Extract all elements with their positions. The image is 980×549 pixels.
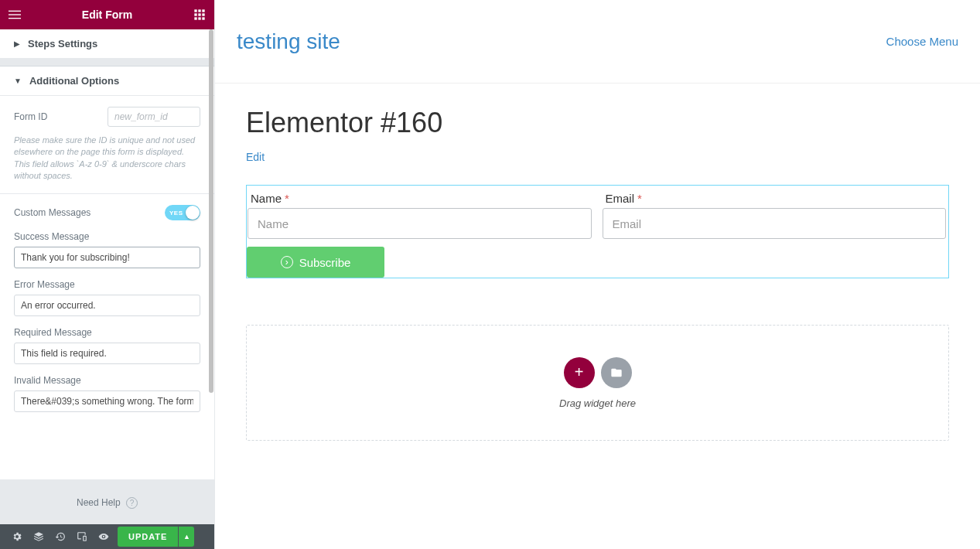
svg-rect-5 <box>202 9 204 12</box>
svg-rect-6 <box>194 13 196 15</box>
custom-messages-row: Custom Messages YES <box>14 205 200 220</box>
email-field-label: Email* <box>603 192 948 205</box>
error-message-block: Error Message <box>14 279 200 316</box>
plus-icon: + <box>575 363 584 381</box>
responsive-icon[interactable] <box>71 526 93 547</box>
success-message-input[interactable] <box>14 247 200 268</box>
add-template-button[interactable] <box>601 357 632 388</box>
email-field-input[interactable] <box>603 208 947 239</box>
error-message-input[interactable] <box>14 295 200 316</box>
name-field-label: Name* <box>248 192 593 205</box>
toggle-yes-label: YES <box>169 209 183 216</box>
toggle-knob <box>186 206 200 220</box>
required-message-label: Required Message <box>14 327 200 338</box>
svg-rect-8 <box>202 13 204 15</box>
subscribe-button-label: Subscribe <box>299 256 351 269</box>
required-asterisk-icon: * <box>637 192 642 205</box>
email-label-text: Email <box>606 192 635 205</box>
svg-rect-0 <box>9 11 21 12</box>
success-message-block: Success Message <box>14 231 200 268</box>
update-options-button[interactable]: ▲ <box>179 527 194 547</box>
svg-rect-10 <box>198 17 200 19</box>
arrow-circle-right-icon <box>281 256 293 268</box>
drop-zone[interactable]: + Drag widget here <box>246 325 949 441</box>
email-col: Email* <box>602 192 949 239</box>
section-steps-label: Steps Settings <box>28 38 97 49</box>
separator <box>0 193 214 194</box>
required-asterisk-icon: * <box>285 192 289 205</box>
svg-rect-4 <box>198 9 200 12</box>
form-widget[interactable]: Name* Email* Subscribe <box>246 185 949 278</box>
help-icon: ? <box>126 497 138 509</box>
need-help-label: Need Help <box>77 497 121 508</box>
form-id-label: Form ID <box>14 111 108 122</box>
custom-messages-label: Custom Messages <box>14 207 165 218</box>
caret-down-icon: ▼ <box>14 77 22 85</box>
svg-rect-2 <box>9 18 21 19</box>
preview-area: testing site Choose Menu Elementor #160 … <box>215 0 980 549</box>
custom-messages-toggle[interactable]: YES <box>165 205 200 220</box>
menu-icon[interactable] <box>8 8 22 22</box>
page-title: Elementor #160 <box>246 107 949 139</box>
add-section-button[interactable]: + <box>564 357 595 388</box>
name-col: Name* <box>247 192 594 239</box>
drop-zone-label: Drag widget here <box>559 397 636 409</box>
navigator-icon[interactable] <box>28 526 50 547</box>
form-fields-row: Name* Email* <box>247 186 948 239</box>
history-icon[interactable] <box>50 526 71 547</box>
svg-rect-7 <box>198 13 200 15</box>
section-additional-label: Additional Options <box>29 75 119 87</box>
svg-rect-11 <box>202 17 204 19</box>
form-id-input[interactable] <box>108 107 200 127</box>
success-message-label: Success Message <box>14 231 200 242</box>
settings-icon[interactable] <box>6 526 28 547</box>
section-additional-body: Form ID Please make sure the ID is uniqu… <box>0 96 214 479</box>
name-field-input[interactable] <box>248 208 592 239</box>
invalid-message-input[interactable] <box>14 390 200 412</box>
invalid-message-block: Invalid Message <box>14 375 200 412</box>
editor-sidebar: Edit Form ▶ Steps Settings ▼ Additional … <box>0 0 215 549</box>
svg-rect-3 <box>194 9 196 12</box>
svg-rect-9 <box>194 17 196 19</box>
name-label-text: Name <box>251 192 282 205</box>
sidebar-help-area: Need Help ? <box>0 479 214 524</box>
preview-icon[interactable] <box>93 526 114 547</box>
required-message-block: Required Message <box>14 327 200 364</box>
sidebar-bottombar: UPDATE ▲ <box>0 524 214 549</box>
page-content: Elementor #160 Edit Name* Email* <box>215 84 980 464</box>
sidebar-title: Edit Form <box>82 9 132 21</box>
apps-icon[interactable] <box>193 8 207 22</box>
drop-zone-buttons: + <box>564 357 632 388</box>
scrollbar-thumb[interactable] <box>209 29 213 393</box>
need-help-link[interactable]: Need Help ? <box>77 497 138 508</box>
choose-menu-link[interactable]: Choose Menu <box>886 35 958 48</box>
site-header: testing site Choose Menu <box>215 0 980 84</box>
edit-link[interactable]: Edit <box>246 151 265 163</box>
form-id-help: Please make sure the ID is unique and no… <box>14 135 200 182</box>
caret-right-icon: ▶ <box>14 39 20 48</box>
folder-icon <box>610 367 623 379</box>
site-title[interactable]: testing site <box>237 29 340 54</box>
section-steps-settings[interactable]: ▶ Steps Settings <box>0 29 214 59</box>
form-id-row: Form ID <box>14 107 200 127</box>
sidebar-scrollbar[interactable] <box>209 29 214 433</box>
subscribe-button[interactable]: Subscribe <box>247 247 384 278</box>
error-message-label: Error Message <box>14 279 200 290</box>
section-additional-options[interactable]: ▼ Additional Options <box>0 66 214 96</box>
required-message-input[interactable] <box>14 343 200 364</box>
section-gap <box>0 59 214 66</box>
svg-rect-1 <box>9 14 21 15</box>
update-button[interactable]: UPDATE <box>118 527 178 547</box>
invalid-message-label: Invalid Message <box>14 375 200 386</box>
sidebar-header: Edit Form <box>0 0 214 29</box>
